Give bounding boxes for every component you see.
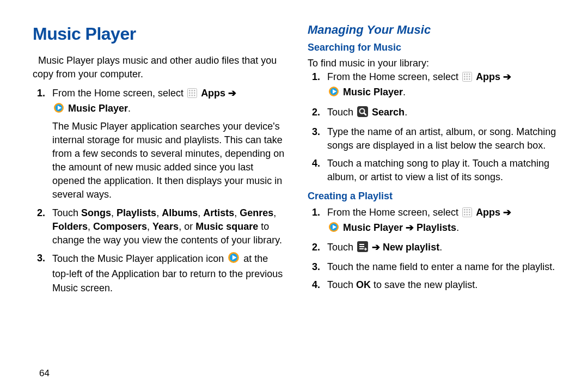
apps-label: Apps <box>201 88 225 99</box>
arrow-icon: ➔ <box>372 242 380 253</box>
text: Touch the Music Player application icon <box>52 253 224 264</box>
music-player-label: Music Player <box>68 103 128 114</box>
dot: . <box>128 103 131 114</box>
left-step-3: Touch the Music Player application icon … <box>33 252 286 295</box>
section-heading: Managing Your Music <box>308 22 561 39</box>
dot: . <box>456 222 459 233</box>
menu-plus-icon <box>357 241 368 256</box>
right-column: Managing Your Music Searching for Music … <box>302 22 572 381</box>
text: From the Home screen, select <box>327 207 458 218</box>
playlist-step-3: Touch the name field to enter a name for… <box>308 260 561 274</box>
text: Touch <box>327 242 353 253</box>
text: Touch <box>327 279 356 290</box>
comma: , <box>234 207 240 218</box>
search-label: Search <box>372 107 405 118</box>
comma: , <box>273 207 276 218</box>
composers-label: Composers <box>93 221 147 232</box>
manual-page: Music Player Music Player plays music an… <box>0 0 588 392</box>
page-number: 64 <box>39 368 50 379</box>
playlists-label: Playlists <box>117 207 156 218</box>
page-title: Music Player <box>33 22 286 46</box>
ok-label: OK <box>356 279 371 290</box>
left-column: Music Player Music Player plays music an… <box>33 22 302 381</box>
dot: . <box>403 87 406 97</box>
text: to save the new playlist. <box>371 279 477 290</box>
comma: , <box>198 207 203 218</box>
folders-label: Folders <box>52 221 88 232</box>
genres-label: Genres <box>240 207 273 218</box>
search-step-1: From the Home screen, select Apps ➔ Musi… <box>308 70 561 101</box>
music-player-icon <box>328 222 339 236</box>
playlist-step-1: From the Home screen, select Apps ➔ Musi… <box>308 206 561 236</box>
artists-label: Artists <box>203 207 234 218</box>
arrow-icon: ➔ <box>228 88 236 99</box>
intro-text: Music Player plays music and other audio… <box>33 54 286 81</box>
searching-steps: From the Home screen, select Apps ➔ Musi… <box>308 70 561 184</box>
apps-label: Apps <box>476 71 500 82</box>
albums-label: Albums <box>162 207 198 218</box>
music-player-icon <box>228 252 240 267</box>
subsection-searching: Searching for Music <box>308 41 561 54</box>
apps-label: Apps <box>476 207 500 218</box>
intro-text: To find music in your library: <box>308 57 561 70</box>
apps-icon <box>462 207 472 221</box>
music-player-icon <box>53 102 64 117</box>
dot: . <box>405 107 407 118</box>
left-step-1: From the Home screen, select Apps ➔ Musi… <box>33 87 286 202</box>
music-player-playlists-label: Music Player ➔ Playlists <box>343 222 456 233</box>
apps-icon <box>187 88 197 102</box>
music-player-label: Music Player <box>343 87 403 97</box>
search-step-2: Touch Search. <box>308 106 561 121</box>
step1-description: The Music Player application searches yo… <box>52 120 286 202</box>
comma: , <box>156 207 162 218</box>
search-step-4: Touch a matching song to play it. Touch … <box>308 157 561 184</box>
playlist-step-2: Touch ➔ New playlist. <box>308 241 561 256</box>
music-player-icon <box>328 86 339 101</box>
comma: , <box>88 221 93 232</box>
left-steps: From the Home screen, select Apps ➔ Musi… <box>33 87 286 295</box>
comma: , <box>111 207 117 218</box>
text: Touch <box>52 207 81 218</box>
text: Touch <box>327 107 353 118</box>
dot: . <box>439 242 442 253</box>
search-step-3: Type the name of an artist, album, or so… <box>308 125 561 152</box>
playlist-steps: From the Home screen, select Apps ➔ Musi… <box>308 206 561 292</box>
arrow-icon: ➔ <box>503 207 511 218</box>
playlist-step-4: Touch OK to save the new playlist. <box>308 278 561 292</box>
years-label: Years <box>152 221 179 232</box>
songs-label: Songs <box>81 207 111 218</box>
apps-icon <box>462 72 472 85</box>
or-text: , or <box>179 221 195 232</box>
text: From the Home screen, select <box>52 88 183 99</box>
search-icon <box>357 106 368 121</box>
left-step-2: Touch Songs, Playlists, Albums, Artists,… <box>33 206 286 248</box>
arrow-icon: ➔ <box>503 71 511 82</box>
text: From the Home screen, select <box>327 71 458 82</box>
subsection-playlist: Creating a Playlist <box>308 189 561 203</box>
music-square-label: Music square <box>195 221 258 232</box>
comma: , <box>147 221 152 232</box>
new-playlist-label: New playlist <box>383 242 439 253</box>
